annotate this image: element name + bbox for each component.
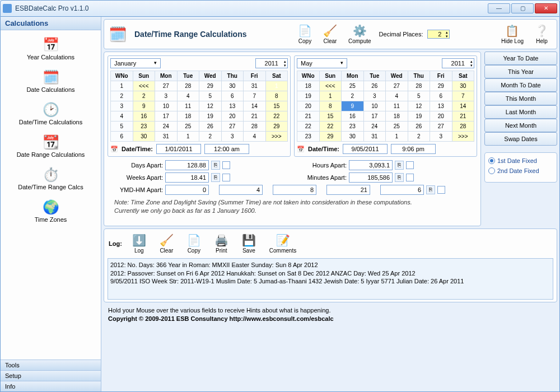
calendar-day[interactable]: 31 (155, 132, 178, 142)
calendar-day[interactable]: 28 (177, 81, 199, 91)
calendar-day[interactable]: 26 (363, 81, 386, 91)
sidebar-item[interactable]: 📆Date Range Calculations (2, 131, 100, 164)
maximize-button[interactable]: ▢ (511, 3, 534, 13)
calendar-day[interactable]: 3 (363, 91, 386, 101)
sidebar-footer-item[interactable]: Info (1, 381, 101, 391)
calendar-day[interactable]: 1 (265, 81, 288, 91)
calendar-day[interactable]: 30 (133, 132, 155, 142)
log-clear-button[interactable]: 🧹Clear (156, 232, 177, 255)
calendar-day[interactable]: 7 (452, 91, 474, 101)
calendar-day[interactable]: 24 (155, 122, 178, 132)
calendar-day[interactable]: 22 (319, 122, 342, 132)
calendar-day[interactable]: 26 (199, 122, 222, 132)
help-button[interactable]: ❔Help (531, 23, 552, 45)
log-save-button[interactable]: 💾Save (239, 232, 259, 255)
copy-button[interactable]: 📄Copy (295, 23, 315, 45)
calendar-day[interactable]: 9 (133, 101, 155, 111)
calendar-day[interactable]: 12 (408, 101, 430, 111)
sidebar-item[interactable]: 🌍Time Zones (2, 196, 100, 228)
calendar-day[interactable]: 1 (177, 132, 199, 142)
calendar-day[interactable]: 3 (155, 91, 178, 101)
calendar-day[interactable]: 2 (199, 132, 222, 142)
calendar-day[interactable]: 27 (221, 122, 244, 132)
calendar-day[interactable]: >>> (265, 132, 288, 142)
calendar-day[interactable]: 20 (430, 111, 452, 122)
calendar-day[interactable]: >>> (452, 132, 474, 142)
calendar-day[interactable]: 18 (386, 111, 408, 122)
second-date-fixed-radio[interactable]: 2nd Date Fixed (488, 167, 553, 174)
calendar-day[interactable]: 12 (199, 101, 222, 111)
copy-hours-icon[interactable]: ⎘ (395, 161, 404, 170)
calendar-day[interactable]: 20 (221, 111, 244, 122)
calendar-day[interactable]: 4 (244, 132, 266, 142)
quick-action-button[interactable]: Year To Date (484, 52, 557, 65)
quick-action-button[interactable]: Swap Dates (484, 132, 557, 146)
calendar-day[interactable]: 19 (408, 111, 430, 122)
calendar-day[interactable]: 5 (199, 91, 222, 101)
sidebar-item[interactable]: 🗓️Date Calculations (2, 66, 100, 99)
calendar-day[interactable]: 25 (342, 81, 364, 91)
calendar-day[interactable]: 15 (319, 111, 342, 122)
first-date-fixed-radio[interactable]: 1st Date Fixed (488, 157, 553, 164)
compute-button[interactable]: ⚙️Compute (345, 23, 375, 45)
calendar-day[interactable]: 17 (363, 111, 386, 122)
calendar-day[interactable]: 2 (342, 91, 364, 101)
calendar-day[interactable]: 11 (177, 101, 199, 111)
log-textarea[interactable]: 2012: No. Days: 366 Year in Roman: MMXII… (108, 258, 553, 300)
hidelog-button[interactable]: 📋Hide Log (498, 23, 527, 45)
calendar-day[interactable]: 30 (342, 132, 364, 142)
calendar-day[interactable]: 27 (430, 122, 452, 132)
calendar-day[interactable]: 10 (155, 101, 178, 111)
copy-weeks-icon[interactable]: ⎘ (211, 173, 220, 182)
calendar-day[interactable]: 27 (386, 81, 408, 91)
calendar-day[interactable]: 28 (244, 122, 266, 132)
calendar-day[interactable]: 29 (199, 81, 222, 91)
calendar-day[interactable]: 2 (133, 91, 155, 101)
clear-button[interactable]: 🧹Clear (320, 23, 340, 45)
sidebar-item[interactable]: 📅Year Calculations (2, 34, 100, 66)
calendar-day[interactable]: 25 (177, 122, 199, 132)
lock-days-checkbox[interactable] (222, 161, 230, 169)
lock-weeks-checkbox[interactable] (222, 174, 230, 181)
calendar-day[interactable]: <<< (319, 81, 342, 91)
calendar-day[interactable]: 8 (319, 101, 342, 111)
quick-action-button[interactable]: This Year (484, 65, 557, 78)
calendar-day[interactable]: 6 (430, 91, 452, 101)
log-copy-button[interactable]: 📄Copy (184, 232, 204, 255)
calendar-day[interactable]: 13 (430, 101, 452, 111)
sidebar-item[interactable]: 🕑Date/Time Calculations (2, 99, 100, 131)
close-button[interactable]: ✕ (535, 3, 557, 13)
calendar-day[interactable]: 14 (244, 101, 266, 111)
calendar-day[interactable]: <<< (133, 81, 155, 91)
sidebar-footer-item[interactable]: Tools (1, 360, 101, 370)
copy-ymdhm-icon[interactable]: ⎘ (426, 185, 435, 194)
calendar-day[interactable]: 31 (363, 132, 386, 142)
copy-days-icon[interactable]: ⎘ (211, 161, 220, 170)
calendar-day[interactable]: 2 (408, 132, 430, 142)
calendar-day[interactable]: 5 (408, 91, 430, 101)
calendar-day[interactable]: 4 (177, 91, 199, 101)
copy-minutes-icon[interactable]: ⎘ (395, 173, 404, 182)
calendar-day[interactable]: 14 (452, 101, 474, 111)
calendar-day[interactable]: 27 (155, 81, 178, 91)
calendar-day[interactable]: 1 (386, 132, 408, 142)
sidebar-item[interactable]: ⏱️Date/Time Range Calcs (2, 164, 100, 196)
calendar-day[interactable]: 3 (221, 132, 244, 142)
calendar-day[interactable]: 29 (319, 132, 342, 142)
calendar-day[interactable]: 3 (430, 132, 452, 142)
calendar-day[interactable]: 25 (386, 122, 408, 132)
quick-action-button[interactable]: This Month (484, 92, 557, 105)
calendar-day[interactable]: 10 (363, 101, 386, 111)
date-field-end[interactable]: 9/05/2011 (343, 144, 388, 154)
month-select-end[interactable]: May (297, 58, 347, 68)
calendar-day[interactable]: 18 (177, 111, 199, 122)
month-select-start[interactable]: January (110, 58, 161, 68)
year-spinner-end[interactable]: 2011 (442, 58, 474, 68)
log-log-button[interactable]: ⬇️Log (129, 232, 150, 255)
quick-action-button[interactable]: Month To Date (484, 78, 557, 92)
calendar-day[interactable]: 29 (430, 81, 452, 91)
calendar-day[interactable]: 17 (155, 111, 178, 122)
calendar-day[interactable]: 16 (133, 111, 155, 122)
calendar-day[interactable]: 22 (265, 111, 288, 122)
calendar-day[interactable]: 19 (199, 111, 222, 122)
